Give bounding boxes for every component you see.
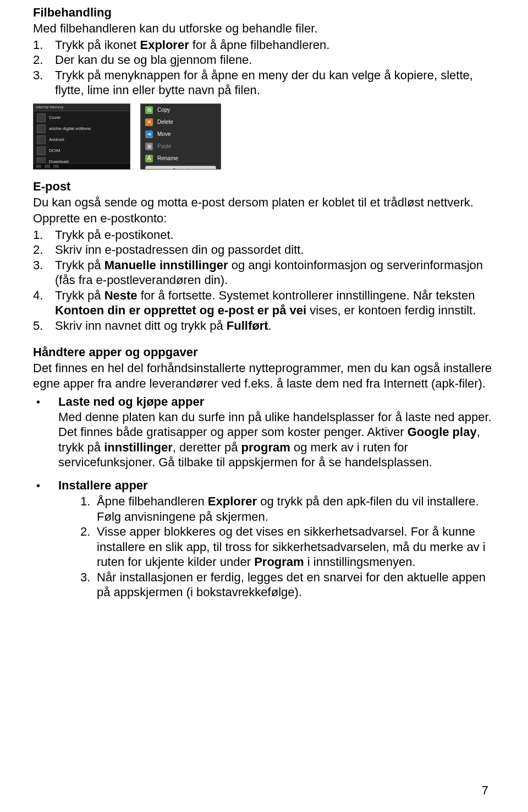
screenshot-navbar bbox=[34, 163, 130, 169]
apps-bullets: Laste ned og kjøpe apper Med denne plate… bbox=[33, 394, 497, 600]
list-text: Trykk på Manuelle innstillinger og angi … bbox=[55, 258, 497, 288]
heading-apps: Håndtere apper og oppgaver bbox=[33, 345, 497, 359]
apps-intro: Det finnes en hel del forhåndsinstallert… bbox=[33, 361, 497, 391]
screenshot-file-explorer: Internal Memory Cover adobe-digital-edit… bbox=[33, 103, 130, 170]
list-item: 3. Når installasjonen er ferdig, legges … bbox=[58, 570, 497, 600]
list-text: Trykk på ikonet Explorer for å åpne filb… bbox=[55, 37, 497, 53]
list-number: 5. bbox=[33, 318, 55, 334]
text-frag: for å fortsette. Systemet kontrollerer i… bbox=[138, 288, 475, 302]
text-bold: Neste bbox=[105, 288, 138, 302]
paste-icon: ▣ bbox=[145, 143, 153, 150]
bullet-icon bbox=[33, 394, 58, 470]
screenshot-context-menu: ⧉Copy ✕Delete ➔Move ▣Paste ARename Cance… bbox=[140, 103, 221, 170]
install-steps: 1. Åpne filbehandleren Explorer og trykk… bbox=[58, 494, 497, 600]
heading-epost: E-post bbox=[33, 179, 497, 194]
text-bold: Program bbox=[254, 555, 304, 569]
list-item: 3. Trykk på menyknappen for å åpne en me… bbox=[33, 68, 497, 98]
text-bold: innstillinger bbox=[104, 440, 173, 454]
filbehandling-intro: Med filbehandleren kan du utforske og be… bbox=[33, 21, 497, 36]
screenshot-titlebar: Internal Memory bbox=[34, 104, 130, 111]
list-number: 4. bbox=[33, 288, 55, 318]
list-item: 1. Åpne filbehandleren Explorer og trykk… bbox=[58, 494, 497, 524]
delete-icon: ✕ bbox=[145, 118, 153, 126]
list-item: 2. Skriv inn e-postadressen din og passo… bbox=[33, 242, 497, 258]
menu-item-copy: ⧉Copy bbox=[141, 104, 221, 116]
text-frag: i innstillingsmenyen. bbox=[304, 555, 416, 569]
screenshot-rows: Cover adobe-digital-editions Android DCI… bbox=[34, 111, 130, 170]
bullet-title: Installere apper bbox=[58, 478, 148, 492]
text-bold: Manuelle innstillinger bbox=[105, 258, 228, 272]
document-page: Filbehandling Med filbehandleren kan du … bbox=[0, 0, 528, 812]
list-item: 3. Trykk på Manuelle innstillinger og an… bbox=[33, 258, 497, 288]
move-icon: ➔ bbox=[145, 130, 153, 138]
menu-item-rename: ARename bbox=[141, 152, 221, 165]
file-label: adobe-digital-editions bbox=[49, 126, 127, 131]
list-number: 2. bbox=[33, 242, 55, 258]
list-text: Der kan du se og bla gjennom filene. bbox=[55, 52, 497, 68]
list-text: Når installasjonen er ferdig, legges det… bbox=[97, 570, 497, 600]
epost-intro: Du kan også sende og motta e-post dersom… bbox=[33, 195, 497, 210]
file-icon bbox=[37, 124, 46, 133]
epost-sub: Opprette en e-postkonto: bbox=[33, 211, 497, 226]
list-number: 1. bbox=[33, 227, 55, 243]
list-item: 2. Der kan du se og bla gjennom filene. bbox=[33, 52, 497, 68]
text-frag: Skriv inn navnet ditt og trykk på bbox=[55, 319, 227, 333]
bullet-item: Installere apper 1. Åpne filbehandleren … bbox=[33, 478, 497, 600]
heading-filbehandling: Filbehandling bbox=[33, 6, 497, 20]
text-bold: Kontoen din er opprettet og e-post er på… bbox=[55, 303, 306, 317]
list-number: 2. bbox=[33, 52, 55, 68]
file-icon bbox=[37, 113, 46, 122]
file-icon bbox=[37, 146, 46, 155]
list-item: 1. Trykk på ikonet Explorer for å åpne f… bbox=[33, 37, 497, 53]
text-bold: program bbox=[241, 440, 290, 454]
list-item: 4. Trykk på Neste for å fortsette. Syste… bbox=[33, 288, 497, 318]
bullet-icon bbox=[33, 478, 58, 600]
list-text: Åpne filbehandleren Explorer og trykk på… bbox=[97, 494, 497, 524]
copy-icon: ⧉ bbox=[145, 106, 153, 114]
screenshots-row: Internal Memory Cover adobe-digital-edit… bbox=[33, 103, 497, 170]
list-number: 1. bbox=[33, 37, 55, 53]
text-frag: Trykk på bbox=[55, 288, 105, 302]
text-bold: Fullført bbox=[227, 319, 268, 333]
file-label: Cover bbox=[49, 115, 127, 120]
text-bold: Google play bbox=[408, 425, 477, 439]
menu-cancel-button: Cancel bbox=[145, 166, 216, 170]
list-text: Skriv inn navnet ditt og trykk på Fullfø… bbox=[55, 318, 497, 334]
menu-label: Paste bbox=[157, 143, 172, 149]
bullet-title: Laste ned og kjøpe apper bbox=[58, 395, 204, 408]
rename-icon: A bbox=[145, 155, 153, 162]
epost-list: 1. Trykk på e-postikonet. 2. Skriv inn e… bbox=[33, 227, 497, 334]
text-frag: . bbox=[268, 319, 272, 333]
text-bold: Explorer bbox=[208, 494, 257, 508]
menu-label: Delete bbox=[157, 119, 173, 125]
text-frag: Trykk på bbox=[55, 258, 105, 272]
list-number: 2. bbox=[80, 524, 97, 570]
text-frag: vises, er kontoen ferdig innstilt. bbox=[306, 303, 476, 317]
list-text: Visse apper blokkeres og det vises en si… bbox=[97, 524, 497, 570]
file-row: Android bbox=[34, 134, 130, 145]
menu-label: Copy bbox=[157, 107, 170, 113]
text-frag: for å åpne filbehandleren. bbox=[189, 38, 330, 52]
page-number: 7 bbox=[482, 783, 488, 798]
list-text: Trykk på Neste for å fortsette. Systemet… bbox=[55, 288, 497, 318]
bullet-text: Laste ned og kjøpe apper Med denne plate… bbox=[58, 394, 497, 470]
list-number: 1. bbox=[80, 494, 97, 524]
file-row: DCIM bbox=[34, 145, 130, 156]
list-item: 2. Visse apper blokkeres og det vises en… bbox=[58, 524, 497, 570]
list-number: 3. bbox=[80, 570, 97, 600]
file-row: Cover bbox=[34, 112, 130, 123]
menu-label: Rename bbox=[157, 155, 178, 161]
list-item: 1. Trykk på e-postikonet. bbox=[33, 227, 497, 243]
list-number: 3. bbox=[33, 68, 55, 98]
text-frag: , deretter på bbox=[173, 440, 241, 454]
menu-item-move: ➔Move bbox=[141, 128, 221, 140]
list-text: Trykk på menyknappen for å åpne en meny … bbox=[55, 68, 497, 98]
list-number: 3. bbox=[33, 258, 55, 288]
file-label: DCIM bbox=[49, 148, 127, 153]
file-label: Android bbox=[49, 137, 127, 142]
list-text: Skriv inn e-postadressen din og passorde… bbox=[55, 242, 497, 258]
menu-label: Move bbox=[157, 131, 170, 137]
menu-item-paste: ▣Paste bbox=[141, 140, 221, 152]
text-frag: Åpne filbehandleren bbox=[97, 494, 208, 508]
list-item: 5. Skriv inn navnet ditt og trykk på Ful… bbox=[33, 318, 497, 334]
